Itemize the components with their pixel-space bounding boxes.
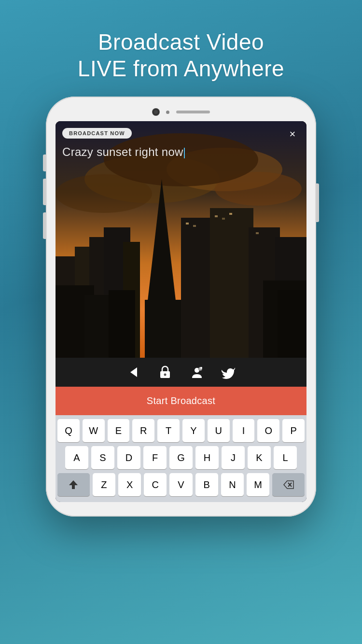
key-j[interactable]: J <box>222 446 245 469</box>
key-q[interactable]: Q <box>57 419 80 442</box>
start-broadcast-button[interactable]: Start Broadcast <box>56 387 306 415</box>
key-b[interactable]: B <box>195 473 218 496</box>
earpiece-speaker <box>176 111 210 113</box>
svg-marker-36 <box>69 480 78 489</box>
svg-rect-26 <box>109 290 135 358</box>
svg-rect-14 <box>181 218 215 358</box>
mute-switch <box>43 212 46 239</box>
sensor-dot <box>166 111 169 114</box>
broadcast-preview: BROADCAST NOW × Crazy sunset right now <box>56 121 306 358</box>
svg-point-31 <box>164 374 167 376</box>
svg-rect-21 <box>222 218 225 220</box>
key-h[interactable]: H <box>195 446 219 469</box>
key-l[interactable]: L <box>274 446 297 469</box>
key-u[interactable]: U <box>208 419 230 442</box>
key-t[interactable]: T <box>157 419 180 442</box>
svg-rect-18 <box>186 223 189 224</box>
phone-frame: BROADCAST NOW × Crazy sunset right now <box>46 97 316 517</box>
key-i[interactable]: I <box>233 419 255 442</box>
phone-top-bar <box>56 109 306 115</box>
key-a[interactable]: A <box>65 446 88 469</box>
key-d[interactable]: D <box>117 446 140 469</box>
svg-rect-20 <box>215 215 218 217</box>
svg-point-35 <box>200 367 202 369</box>
header-title: Broadcast Video LIVE from Anywhere <box>78 29 284 82</box>
controls-bar <box>56 358 306 387</box>
key-r[interactable]: R <box>132 419 154 442</box>
key-c[interactable]: C <box>144 473 167 496</box>
phone-screen: BROADCAST NOW × Crazy sunset right now <box>56 121 306 502</box>
broadcast-title-input[interactable]: Crazy sunset right now <box>62 145 185 159</box>
key-f[interactable]: F <box>143 446 167 469</box>
key-y[interactable]: Y <box>182 419 205 442</box>
back-icon[interactable] <box>125 364 142 381</box>
svg-point-5 <box>104 133 258 186</box>
svg-rect-13 <box>145 300 181 358</box>
twitter-icon[interactable] <box>220 364 237 381</box>
key-s[interactable]: S <box>91 446 114 469</box>
key-e[interactable]: E <box>108 419 130 442</box>
keyboard: Q W E R T Y U I O P A S D F G H J K <box>56 415 306 502</box>
volume-up-button <box>43 154 46 171</box>
key-p[interactable]: P <box>282 419 305 442</box>
svg-rect-23 <box>256 232 259 234</box>
key-m[interactable]: M <box>247 473 269 496</box>
svg-rect-28 <box>278 290 306 358</box>
front-camera <box>153 109 159 115</box>
person-icon[interactable] <box>188 364 206 381</box>
key-v[interactable]: V <box>169 473 192 496</box>
key-n[interactable]: N <box>221 473 244 496</box>
svg-rect-19 <box>193 225 196 227</box>
keyboard-row-3: Z X C V B N M <box>57 473 305 496</box>
volume-down-button <box>43 179 46 205</box>
key-o[interactable]: O <box>257 419 279 442</box>
key-z[interactable]: Z <box>93 473 115 496</box>
header-section: Broadcast Video LIVE from Anywhere <box>78 0 284 82</box>
key-w[interactable]: W <box>83 419 105 442</box>
backspace-key[interactable] <box>272 473 305 496</box>
close-button[interactable]: × <box>285 127 300 141</box>
svg-marker-29 <box>130 367 137 377</box>
svg-rect-15 <box>210 208 253 358</box>
lock-icon[interactable] <box>156 364 174 381</box>
text-cursor <box>184 148 185 158</box>
keyboard-row-1: Q W E R T Y U I O P <box>57 419 305 442</box>
key-g[interactable]: G <box>169 446 193 469</box>
key-k[interactable]: K <box>248 446 271 469</box>
power-button <box>316 183 319 222</box>
key-x[interactable]: X <box>118 473 141 496</box>
broadcast-now-badge: BROADCAST NOW <box>62 128 132 139</box>
keyboard-row-2: A S D F G H J K L <box>57 446 305 469</box>
svg-rect-22 <box>229 213 232 215</box>
shift-key[interactable] <box>57 473 90 496</box>
